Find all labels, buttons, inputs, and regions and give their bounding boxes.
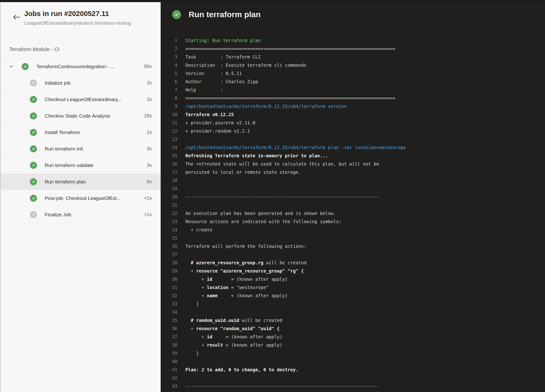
line-text: + location = "westeurope"	[177, 283, 269, 292]
line-text: # random_uuid.uuid will be created	[177, 316, 282, 325]
line-text: + id = (known after apply)	[177, 333, 282, 341]
log-line: 5Version : 0.5.11	[161, 69, 545, 78]
step-row[interactable]: Install Terraform1s	[0, 124, 161, 141]
line-text: persisted to local or remote state stora…	[177, 168, 301, 176]
line-text: Version : 0.5.11	[177, 69, 242, 78]
line-text: + create	[177, 226, 212, 234]
log-line: 42	[161, 374, 545, 382]
step-row[interactable]: Run terraform plan5s	[0, 174, 161, 190]
line-number: 24	[161, 226, 177, 234]
line-text: An execution plan has been generated and…	[177, 209, 336, 218]
line-number: 33	[161, 300, 177, 308]
log-line: 12+ provider.random v2.2.1	[161, 127, 545, 135]
log-line: 22An execution plan has been generated a…	[161, 209, 545, 218]
line-number: 31	[161, 283, 177, 292]
step-duration: <1s	[144, 212, 152, 217]
line-number: 37	[161, 333, 177, 341]
neutral-check-icon	[30, 211, 37, 218]
log-line: 18	[161, 176, 545, 185]
log-line: 3Task : Terraform CLI	[161, 53, 545, 61]
log-line: 14/opt/hostedtoolcache/terraform/0.12.25…	[161, 143, 545, 152]
line-text	[177, 308, 185, 316]
step-row[interactable]: Post-job: Checkout LeagueOfExt...<1s	[0, 190, 161, 207]
step-duration: 3s	[147, 162, 152, 168]
line-number: 14	[161, 143, 177, 152]
step-row[interactable]: Run terraform validate3s	[0, 157, 161, 174]
step-duration: 2s	[147, 97, 152, 102]
log-panel: Run terraform plan 1Starting: Run terraf…	[161, 0, 545, 392]
step-row[interactable]: Finalize Job<1s	[0, 207, 161, 223]
step-duration: 3s	[147, 146, 152, 151]
line-text: + id = (known after apply)	[177, 275, 288, 283]
line-number: 40	[161, 357, 177, 366]
line-text: Starting: Run terraform plan	[177, 37, 261, 45]
success-check-icon	[30, 195, 37, 202]
back-button[interactable]	[12, 12, 21, 22]
log-line: 27	[161, 251, 545, 259]
line-number: 17	[161, 168, 177, 176]
line-number: 2	[161, 45, 177, 53]
log-line: 30 + id = (known after apply)	[161, 275, 545, 283]
log-line: 11+ provider.azurerm v2.11.0	[161, 119, 545, 127]
success-check-icon	[30, 178, 37, 185]
line-number: 11	[161, 119, 177, 127]
chevron-down-icon[interactable]	[8, 64, 14, 69]
log-line: 10Terraform v0.12.25	[161, 110, 545, 119]
job-row[interactable]: TerraformContinuousIntegration - ...50s	[0, 58, 161, 75]
line-text: Terraform will perform the following act…	[177, 242, 306, 251]
line-text: # azurerm_resource_group.rg will be crea…	[177, 259, 306, 267]
step-duration: 1s	[147, 129, 152, 135]
log-line: 43--------------------------------------…	[161, 382, 545, 390]
log-line: 37 + id = (known after apply)	[161, 333, 545, 341]
neutral-check-icon	[30, 80, 37, 86]
line-text	[177, 357, 185, 366]
line-number: 12	[161, 127, 177, 135]
pipeline-name: LeagueOfExtraordinaryHackers.terraform-t…	[24, 20, 151, 26]
line-text: Resource actions are indicated with the …	[177, 218, 341, 226]
line-number: 18	[161, 176, 177, 185]
log-line: 35 # random_uuid.uuid will be created	[161, 316, 545, 325]
step-label: Run terraform plan	[45, 179, 144, 185]
step-label: Run terraform validate	[45, 162, 144, 168]
line-text	[177, 135, 185, 143]
log-title: Run terraform plan	[189, 10, 261, 19]
line-number: 35	[161, 316, 177, 325]
log-line: 6Author : Charles Zipp	[161, 78, 545, 86]
line-number: 43	[161, 382, 177, 390]
success-check-icon	[30, 112, 37, 119]
log-line: 25	[161, 234, 545, 242]
log-line: 9/opt/hostedtoolcache/terraform/0.12.25/…	[161, 102, 545, 110]
sidebar-left-edge	[0, 2, 1, 392]
log-line: 23Resource actions are indicated with th…	[161, 218, 545, 226]
step-row[interactable]: Checkov Static Code Analysis29s	[0, 108, 161, 124]
line-number: 23	[161, 218, 177, 226]
log-line: 31 + location = "westeurope"	[161, 283, 545, 292]
line-number: 9	[161, 102, 177, 110]
line-number: 3	[161, 53, 177, 61]
line-text: + provider.random v2.2.1	[177, 127, 250, 135]
step-label: Finalize Job	[45, 212, 141, 218]
line-number: 25	[161, 234, 177, 242]
stage-name: Terraform Module - CI	[9, 46, 60, 52]
success-check-icon	[30, 96, 37, 103]
log-output[interactable]: 1Starting: Run terraform plan2==========…	[161, 37, 545, 392]
line-text: Author : Charles Zipp	[177, 78, 258, 86]
step-row[interactable]: Initialize job2s	[0, 75, 161, 91]
step-row[interactable]: Run terraform init3s	[0, 141, 161, 157]
step-label: Run terraform init	[45, 146, 144, 152]
line-number: 7	[161, 86, 177, 94]
line-number: 6	[161, 78, 177, 86]
line-number: 27	[161, 251, 177, 259]
step-duration: 5s	[147, 179, 152, 184]
line-text	[177, 374, 185, 382]
step-duration: <1s	[144, 196, 152, 201]
line-number: 16	[161, 160, 177, 168]
line-text	[177, 185, 185, 193]
step-duration: 29s	[144, 113, 152, 118]
line-text: Plan: 2 to add, 0 to change, 0 to destro…	[177, 366, 298, 374]
line-text	[177, 201, 185, 209]
step-row[interactable]: Checkout LeagueOfExtraordinary...2s	[0, 91, 161, 108]
line-number: 36	[161, 325, 177, 333]
step-label: Checkout LeagueOfExtraordinary...	[45, 97, 144, 102]
page-title: Jobs in run #20200527.11	[24, 9, 151, 18]
